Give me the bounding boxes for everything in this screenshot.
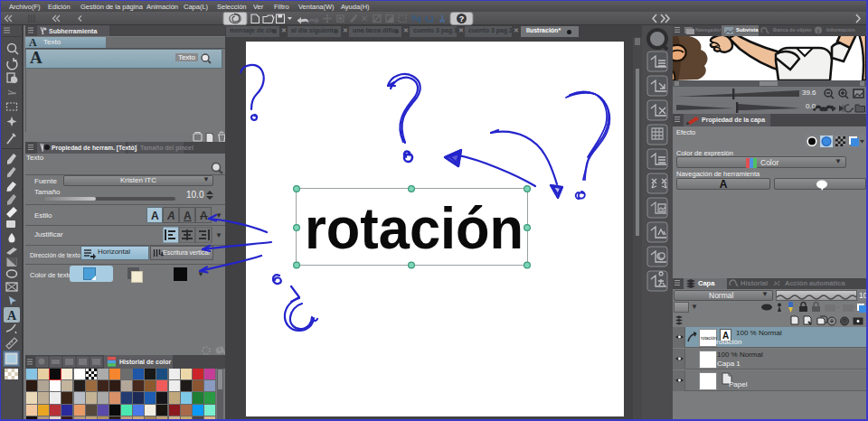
svg-text:rotación: rotación	[305, 196, 524, 261]
svg-text:i: i	[817, 28, 819, 34]
svg-text:?: ?	[459, 14, 465, 23]
svg-text:A: A	[7, 309, 17, 323]
